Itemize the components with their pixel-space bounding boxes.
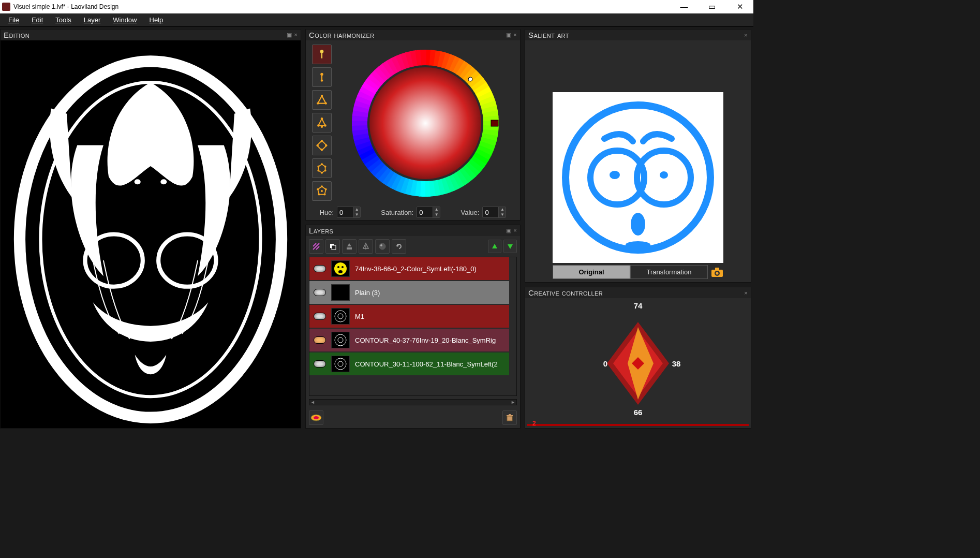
- tool-reset[interactable]: [392, 239, 406, 254]
- tool-merge-down[interactable]: [342, 239, 357, 254]
- layer-name: M1: [355, 313, 364, 320]
- sat-up[interactable]: ▲: [433, 207, 440, 212]
- mode-square[interactable]: [312, 136, 332, 155]
- tab-original[interactable]: Original: [553, 265, 630, 279]
- layer-visibility-toggle[interactable]: [314, 360, 326, 368]
- cc-bottom: 66: [634, 408, 643, 417]
- edition-artwork: [1, 40, 301, 428]
- layer-toggle-blend[interactable]: [309, 410, 323, 425]
- panel-title-harmonizer: Color harmonizer ▣×: [306, 30, 520, 40]
- val-value[interactable]: [483, 208, 498, 217]
- mode-analogous[interactable]: [312, 158, 332, 178]
- svg-point-67: [338, 361, 343, 366]
- svg-point-18: [324, 124, 326, 126]
- layer-visibility-toggle[interactable]: [314, 313, 326, 320]
- svg-point-25: [317, 144, 319, 146]
- maximize-button[interactable]: ▭: [703, 2, 721, 11]
- hue-down[interactable]: ▼: [353, 212, 360, 217]
- svg-point-79: [626, 241, 650, 248]
- salient-preview[interactable]: [553, 92, 723, 263]
- panel-title-layers: Layers ▣×: [306, 225, 520, 236]
- tool-hatch[interactable]: [309, 239, 323, 254]
- layers-close-icon[interactable]: ×: [513, 227, 517, 234]
- mode-custom[interactable]: [312, 181, 332, 201]
- close-button[interactable]: ✕: [731, 2, 749, 11]
- svg-rect-81: [715, 268, 719, 270]
- sat-input[interactable]: ▲▼: [417, 207, 440, 218]
- svg-point-23: [325, 144, 327, 146]
- svg-line-44: [313, 243, 316, 246]
- creative-close-icon[interactable]: ×: [744, 290, 748, 296]
- layer-row[interactable]: M1: [309, 305, 509, 328]
- mode-triad[interactable]: [312, 90, 332, 110]
- menu-edit[interactable]: Edit: [26, 15, 48, 25]
- layer-hscroll[interactable]: ◄►: [309, 399, 517, 405]
- edition-close-icon[interactable]: ×: [294, 32, 298, 38]
- tool-copy[interactable]: [325, 239, 340, 254]
- menu-layer[interactable]: Layer: [79, 15, 106, 25]
- layer-list[interactable]: 74Inv-38-66-0_2-Color_SymLeft(-180_0)Pla…: [309, 257, 517, 396]
- hue-input[interactable]: ▲▼: [337, 207, 361, 218]
- harmonizer-close-icon[interactable]: ×: [513, 32, 517, 38]
- tool-fx[interactable]: [375, 239, 390, 254]
- layer-move-up[interactable]: [488, 240, 501, 253]
- hue-up[interactable]: ▲: [353, 207, 360, 212]
- camera-icon[interactable]: [711, 267, 723, 278]
- svg-point-9: [320, 73, 323, 76]
- layers-toolbar: [309, 239, 517, 254]
- svg-rect-49: [347, 247, 352, 249]
- layer-visibility-toggle[interactable]: [314, 289, 326, 296]
- layer-move-down[interactable]: [503, 240, 517, 253]
- layer-thumbnail: [331, 332, 350, 348]
- salient-close-icon[interactable]: ×: [744, 32, 748, 38]
- cc-right: 38: [672, 359, 681, 368]
- creative-slider[interactable]: [527, 424, 749, 426]
- tool-flatten[interactable]: [359, 239, 373, 254]
- tab-transformation[interactable]: Transformation: [630, 265, 708, 279]
- layer-delete[interactable]: [502, 410, 517, 425]
- window-controls: — ▭ ✕: [675, 2, 751, 11]
- sat-down[interactable]: ▼: [433, 212, 440, 217]
- svg-point-30: [321, 172, 323, 174]
- sat-value[interactable]: [417, 208, 433, 217]
- col-right: Salient art ×: [525, 29, 751, 429]
- val-down[interactable]: ▼: [498, 212, 506, 217]
- svg-rect-71: [507, 415, 513, 416]
- layer-row[interactable]: Plain (3): [309, 281, 509, 304]
- menu-file[interactable]: File: [3, 15, 24, 25]
- val-input[interactable]: ▲▼: [482, 207, 506, 218]
- svg-rect-47: [332, 245, 336, 249]
- mode-monotone[interactable]: [312, 45, 332, 64]
- svg-point-39: [321, 190, 323, 192]
- menu-tools[interactable]: Tools: [50, 15, 76, 25]
- creative-title-text: Creative controller: [528, 288, 603, 297]
- color-wheel[interactable]: [337, 45, 514, 201]
- mode-split[interactable]: [312, 113, 332, 133]
- minimize-button[interactable]: —: [675, 2, 693, 11]
- svg-point-62: [335, 311, 346, 322]
- edition-title-text: Edition: [4, 31, 29, 39]
- hue-value[interactable]: [337, 208, 353, 217]
- layers-undock-icon[interactable]: ▣: [506, 227, 511, 234]
- creative-body[interactable]: 74 0 38 66 2: [525, 298, 751, 428]
- layer-row[interactable]: CONTOUR_30-11-100-62_11-Blanc_SymLeft(2: [309, 353, 509, 375]
- menu-window[interactable]: Window: [108, 15, 142, 25]
- layer-row[interactable]: CONTOUR_40-37-76Inv-19_20-Blanc_SymRig: [309, 329, 509, 351]
- menu-help[interactable]: Help: [144, 15, 169, 25]
- layer-visibility-toggle[interactable]: [314, 265, 326, 272]
- layer-name: CONTOUR_30-11-100-62_11-Blanc_SymLeft(2: [355, 360, 498, 368]
- svg-point-40: [369, 67, 481, 179]
- svg-point-20: [321, 126, 323, 128]
- app-icon: [2, 3, 10, 11]
- svg-point-36: [324, 194, 326, 196]
- layer-visibility-toggle[interactable]: [314, 336, 326, 344]
- edition-undock-icon[interactable]: ▣: [287, 32, 292, 38]
- edition-canvas[interactable]: [1, 40, 301, 428]
- svg-point-78: [631, 213, 645, 236]
- layer-name: Plain (3): [355, 289, 380, 297]
- harmonizer-undock-icon[interactable]: ▣: [506, 32, 511, 38]
- val-up[interactable]: ▲: [498, 207, 506, 212]
- layer-row[interactable]: 74Inv-38-66-0_2-Color_SymLeft(-180_0): [309, 257, 509, 280]
- mode-complementary[interactable]: [312, 67, 332, 87]
- layer-name: 74Inv-38-66-0_2-Color_SymLeft(-180_0): [355, 265, 477, 273]
